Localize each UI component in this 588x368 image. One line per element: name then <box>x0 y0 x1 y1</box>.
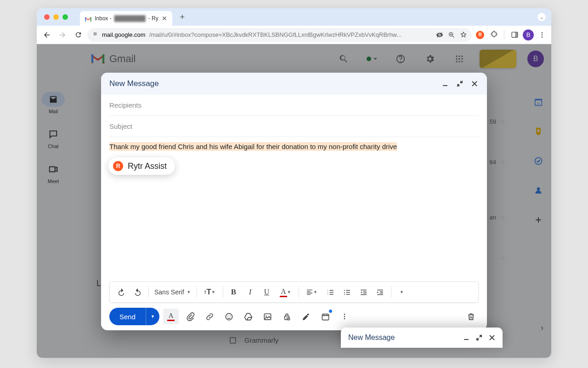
schedule-icon[interactable] <box>317 309 333 324</box>
subject-field[interactable]: Subject <box>109 116 479 137</box>
redo-button[interactable] <box>130 284 146 300</box>
tab-strip: Inbox - ████████ - Ry ✕ + ⌄ <box>37 8 551 26</box>
text-format-toggle[interactable]: A <box>163 309 179 324</box>
svg-point-29 <box>227 315 228 316</box>
recipients-field[interactable]: Recipients <box>109 95 479 116</box>
font-selector[interactable]: Sans Serif▼ <box>152 288 194 296</box>
svg-point-39 <box>344 318 345 319</box>
bullet-list-button[interactable] <box>339 284 355 300</box>
svg-point-37 <box>344 314 345 315</box>
compose-footer: Send ▼ A <box>101 303 487 330</box>
svg-rect-36 <box>322 314 328 320</box>
minimize-icon[interactable] <box>463 334 469 341</box>
drive-icon[interactable] <box>240 309 256 324</box>
svg-point-32 <box>266 315 266 316</box>
compose-body[interactable]: Thank my good friend Chris and his wife … <box>101 137 487 282</box>
browser-tab[interactable]: Inbox - ████████ - Ry ✕ <box>80 11 172 26</box>
tab-list-button[interactable]: ⌄ <box>537 13 546 21</box>
svg-point-30 <box>229 315 230 316</box>
profile-button[interactable]: B <box>523 29 534 40</box>
link-icon[interactable] <box>202 309 217 324</box>
numbered-list-button[interactable]: 123 <box>323 284 339 300</box>
tab-title-prefix: Inbox - <box>95 15 112 22</box>
new-tab-button[interactable]: + <box>177 12 188 23</box>
browser-toolbar: mail.google.com/mail/u/0/#inbox?compose=… <box>37 26 551 44</box>
window-zoom-icon[interactable] <box>62 14 68 20</box>
svg-text:3: 3 <box>327 293 328 295</box>
close-icon[interactable] <box>470 80 479 88</box>
svg-point-27 <box>344 293 345 294</box>
emoji-icon[interactable] <box>221 309 237 324</box>
svg-point-26 <box>344 292 345 293</box>
tab-title-suffix: - Ry <box>148 15 158 22</box>
svg-point-34 <box>286 317 287 318</box>
svg-point-4 <box>542 34 543 35</box>
rytr-assist-chip[interactable]: R Rytr Assist <box>108 157 175 175</box>
url-path: /mail/u/0/#inbox?compose=XBcJkvdkRXTBKLS… <box>149 31 401 38</box>
format-toolbar: Sans Serif▼ тT ▼ B I U A ▼ ▼ 123 ▼ <box>109 282 479 303</box>
site-settings-icon[interactable] <box>92 32 98 38</box>
send-button[interactable]: Send <box>109 308 146 325</box>
more-options-icon[interactable] <box>337 309 352 324</box>
window-controls <box>40 14 72 20</box>
fullscreen-exit-icon[interactable] <box>456 80 464 88</box>
svg-rect-2 <box>515 32 518 37</box>
bookmark-star-icon[interactable] <box>460 31 467 39</box>
minimize-icon[interactable] <box>441 80 449 88</box>
gmail-favicon-icon <box>85 15 92 22</box>
more-format-button[interactable]: ▼ <box>394 284 410 300</box>
tab-title-redacted: ████████ <box>114 15 146 22</box>
eye-icon[interactable] <box>436 31 443 39</box>
attach-icon[interactable] <box>182 309 198 324</box>
rytr-extension-icon[interactable]: R <box>475 29 486 40</box>
back-button[interactable] <box>40 29 53 41</box>
svg-point-28 <box>226 313 232 320</box>
italic-button[interactable]: I <box>243 284 258 300</box>
chrome-menu-button[interactable] <box>537 29 548 40</box>
zoom-icon[interactable] <box>448 31 455 39</box>
indent-less-button[interactable] <box>356 284 372 300</box>
url-host: mail.google.com <box>102 31 146 38</box>
confidential-icon[interactable] <box>279 309 294 324</box>
reload-button[interactable] <box>72 29 85 41</box>
font-size-button[interactable]: тT ▼ <box>200 284 220 300</box>
send-options-button[interactable]: ▼ <box>146 308 159 325</box>
text-color-button[interactable]: A ▼ <box>276 284 296 300</box>
svg-point-38 <box>344 316 345 317</box>
side-panel-button[interactable] <box>509 29 520 40</box>
svg-point-3 <box>542 32 543 34</box>
forward-button[interactable] <box>56 29 69 41</box>
undo-button[interactable] <box>113 284 129 300</box>
bold-button[interactable]: B <box>226 284 242 300</box>
address-bar[interactable]: mail.google.com/mail/u/0/#inbox?compose=… <box>87 28 472 42</box>
discard-icon[interactable] <box>463 309 479 324</box>
indent-more-button[interactable] <box>373 284 388 300</box>
svg-point-25 <box>344 290 345 291</box>
tab-close-icon[interactable]: ✕ <box>161 15 168 22</box>
window-minimize-icon[interactable] <box>53 14 59 20</box>
close-icon[interactable] <box>489 334 495 341</box>
compose-title: New Message <box>109 79 159 88</box>
rytr-icon: R <box>113 161 123 171</box>
extensions-button[interactable] <box>488 29 499 40</box>
compose-window: New Message Recipients Subject Thank my … <box>101 73 487 330</box>
rytr-assist-label: Rytr Assist <box>128 161 167 171</box>
minimized-title: New Message <box>348 334 395 342</box>
signature-icon[interactable] <box>298 309 314 324</box>
underline-button[interactable]: U <box>259 284 275 300</box>
image-icon[interactable] <box>260 309 275 324</box>
align-button[interactable]: ▼ <box>302 284 322 300</box>
fullscreen-icon[interactable] <box>476 334 482 341</box>
svg-point-5 <box>542 36 543 38</box>
highlighted-text: Thank my good friend Chris and his wife … <box>109 142 397 151</box>
notification-dot-icon <box>329 310 332 313</box>
window-close-icon[interactable] <box>44 14 50 20</box>
minimized-compose[interactable]: New Message <box>341 328 503 348</box>
compose-header[interactable]: New Message <box>101 73 487 95</box>
